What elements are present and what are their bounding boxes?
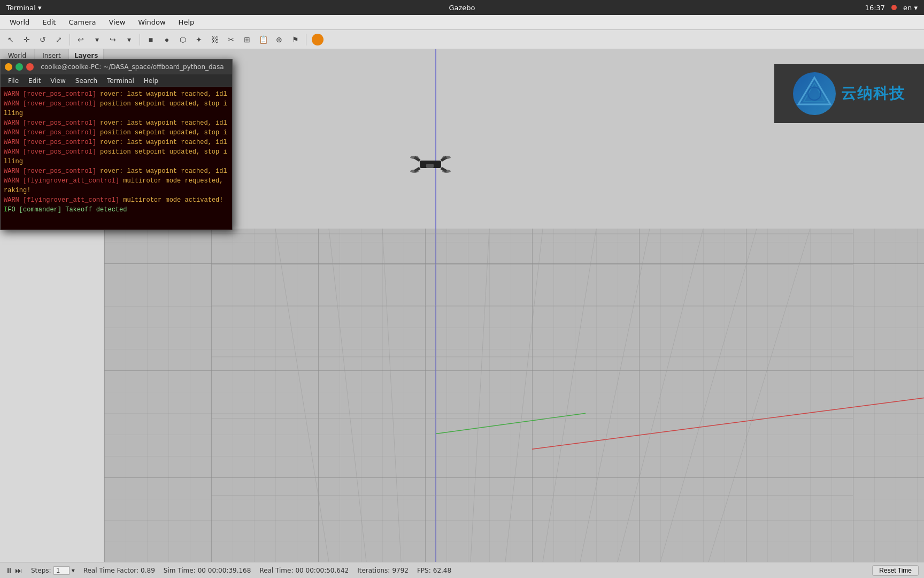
- magnet-btn[interactable]: ⊕: [272, 32, 287, 47]
- system-bar-right: 16:37 en ▾: [865, 4, 918, 12]
- system-bar-left: Terminal ▾: [6, 4, 41, 12]
- terminal-line: WARN [rover_pos_control] position setpoi…: [4, 99, 229, 109]
- svg-point-29: [410, 156, 419, 159]
- menu-camera[interactable]: Camera: [63, 17, 101, 27]
- terminal-content: WARN [rover_pos_control] rover: last way…: [1, 87, 232, 230]
- toolbar-sep-2: [140, 34, 140, 45]
- status-bar: ⏸ ⏭ Steps: 1 ▾ Real Time Factor: 0.89 Si…: [0, 562, 924, 578]
- system-bar-center: Gazebo: [449, 4, 475, 12]
- orange-indicator: [312, 34, 324, 45]
- terminal-menubar: File Edit View Search Terminal Help: [1, 74, 232, 87]
- terminal-line: WARN [flyingrover_att_control] multiroto…: [4, 195, 229, 205]
- recording-dot: [891, 5, 897, 10]
- reset-time-btn[interactable]: Reset Time: [872, 565, 919, 576]
- window-title: Gazebo: [449, 4, 475, 12]
- rotate-tool-btn[interactable]: ↺: [35, 32, 50, 47]
- svg-rect-3: [104, 229, 924, 562]
- light-btn[interactable]: ✦: [191, 32, 206, 47]
- terminal-dropdown-arrow: ▾: [38, 4, 42, 12]
- box-btn[interactable]: ■: [143, 32, 158, 47]
- language-selector[interactable]: en ▾: [903, 4, 918, 12]
- menu-help[interactable]: Help: [173, 17, 200, 27]
- fps: FPS: 62.48: [417, 567, 451, 574]
- gazebo-menubar: World Edit Camera View Window Help: [0, 15, 924, 30]
- translate-tool-btn[interactable]: ✛: [19, 32, 34, 47]
- realtime-label: Real Time Factor:: [83, 567, 138, 574]
- undo-arrow-btn[interactable]: ▾: [89, 32, 104, 47]
- cut-btn[interactable]: ✂: [224, 32, 238, 47]
- terminal-title: coolke@coolke-PC: ~/DASA_space/offboard_…: [37, 63, 228, 71]
- steps-value[interactable]: 1: [53, 566, 70, 575]
- flag-btn[interactable]: ⚑: [288, 32, 303, 47]
- fps-value: 62.48: [433, 567, 451, 574]
- logo-icon: [793, 72, 836, 115]
- terminal-line: lling: [4, 109, 229, 118]
- pause-btn[interactable]: ⏸: [5, 566, 13, 575]
- chain-btn[interactable]: ⛓: [207, 32, 222, 47]
- term-menu-file[interactable]: File: [4, 76, 23, 86]
- close-btn[interactable]: ✕: [26, 63, 34, 71]
- terminal-line: WARN [rover_pos_control] rover: last way…: [4, 89, 229, 99]
- svg-point-30: [442, 156, 451, 159]
- logo-text: 云纳科技: [841, 83, 905, 104]
- iterations: Iterations: 9792: [357, 567, 409, 574]
- maximize-btn[interactable]: □: [16, 63, 23, 71]
- simtime-value: 00 00:00:39.168: [198, 567, 251, 574]
- fps-label: FPS:: [417, 567, 431, 574]
- copy-btn[interactable]: ⊞: [240, 32, 255, 47]
- terminal-titlebar: − □ ✕ coolke@coolke-PC: ~/DASA_space/off…: [1, 59, 232, 74]
- steps-arrow[interactable]: ▾: [72, 567, 75, 574]
- svg-rect-33: [426, 164, 434, 168]
- terminal-label: Terminal: [6, 4, 36, 12]
- terminal-menu[interactable]: Terminal ▾: [6, 4, 41, 12]
- svg-point-32: [442, 170, 451, 173]
- realtime-value: 0.89: [141, 567, 155, 574]
- svg-marker-35: [804, 83, 825, 102]
- realtime-factor: Real Time Factor: 0.89: [83, 567, 155, 574]
- menu-view[interactable]: View: [103, 17, 130, 27]
- simtime-label: Sim Time:: [164, 567, 196, 574]
- iterations-label: Iterations:: [357, 567, 390, 574]
- terminal-line: raking!: [4, 186, 229, 195]
- steps-label: Steps:: [31, 567, 51, 574]
- terminal-line: IFO [commander] Takeoff detected: [4, 205, 229, 215]
- term-menu-view[interactable]: View: [46, 76, 70, 86]
- term-menu-help[interactable]: Help: [140, 76, 163, 86]
- terminal-window: − □ ✕ coolke@coolke-PC: ~/DASA_space/off…: [0, 59, 233, 230]
- undo-btn[interactable]: ↩: [73, 32, 88, 47]
- system-time: 16:37: [865, 4, 885, 12]
- system-bar: Terminal ▾ Gazebo 16:37 en ▾: [0, 0, 924, 15]
- minimize-btn[interactable]: −: [5, 63, 12, 71]
- step-btn[interactable]: ⏭: [15, 566, 22, 575]
- paste-btn[interactable]: 📋: [256, 32, 271, 47]
- steps-control: Steps: 1 ▾: [31, 566, 75, 575]
- realtime-elapsed-label: Real Time:: [259, 567, 293, 574]
- cylinder-btn[interactable]: ⬡: [175, 32, 190, 47]
- terminal-line: WARN [flyingrover_att_control] multiroto…: [4, 176, 229, 186]
- menu-edit[interactable]: Edit: [37, 17, 61, 27]
- term-menu-edit[interactable]: Edit: [24, 76, 45, 86]
- terminal-line: WARN [rover_pos_control] position setpoi…: [4, 128, 229, 138]
- terminal-line: lling: [4, 157, 229, 166]
- play-controls: ⏸ ⏭: [5, 566, 22, 575]
- real-time: Real Time: 00 00:00:50.642: [259, 567, 349, 574]
- term-menu-search[interactable]: Search: [71, 76, 102, 86]
- menu-world[interactable]: World: [4, 17, 35, 27]
- terminal-line: WARN [rover_pos_control] rover: last way…: [4, 118, 229, 128]
- gazebo-toolbar: ↖ ✛ ↺ ⤢ ↩ ▾ ↪ ▾ ■ ● ⬡ ✦ ⛓ ✂ ⊞ 📋 ⊕ ⚑: [0, 30, 924, 49]
- sim-time: Sim Time: 00 00:00:39.168: [164, 567, 251, 574]
- svg-point-36: [808, 87, 821, 100]
- select-tool-btn[interactable]: ↖: [3, 32, 18, 47]
- sphere-btn[interactable]: ●: [159, 32, 174, 47]
- term-menu-terminal[interactable]: Terminal: [103, 76, 138, 86]
- terminal-line: WARN [rover_pos_control] rover: last way…: [4, 138, 229, 147]
- terminal-line: WARN [rover_pos_control] position setpoi…: [4, 147, 229, 157]
- terminal-line: WARN [rover_pos_control] rover: last way…: [4, 166, 229, 176]
- redo-btn[interactable]: ↪: [105, 32, 120, 47]
- redo-arrow-btn[interactable]: ▾: [121, 32, 136, 47]
- svg-point-31: [410, 170, 419, 173]
- scale-tool-btn[interactable]: ⤢: [51, 32, 66, 47]
- toolbar-sep-1: [70, 34, 70, 45]
- iterations-value: 9792: [392, 567, 409, 574]
- menu-window[interactable]: Window: [133, 17, 171, 27]
